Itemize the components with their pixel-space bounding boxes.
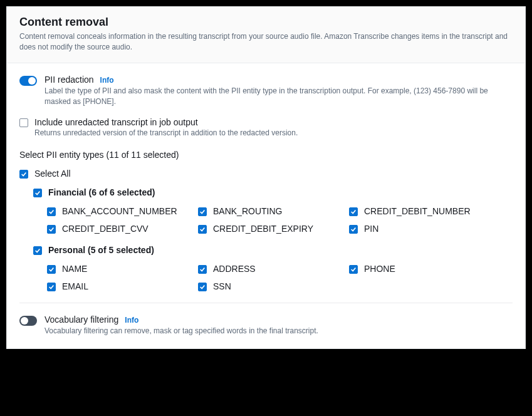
include-unredacted-checkbox[interactable] — [19, 118, 28, 127]
pii-redaction-description: Label the type of PII and also mask the … — [44, 86, 513, 108]
entity-pin: PIN — [349, 224, 513, 234]
pii-redaction-row: PII redaction Info Label the type of PII… — [19, 75, 513, 108]
financial-group-row: Financial (6 of 6 selected) — [33, 187, 513, 197]
entity-checkbox[interactable] — [349, 265, 358, 274]
personal-group-label: Personal (5 of 5 selected) — [48, 245, 154, 255]
include-unredacted-description: Returns unredacted version of the transc… — [34, 128, 298, 137]
entity-bank-routing: BANK_ROUTING — [198, 206, 349, 216]
personal-group-checkbox[interactable] — [33, 246, 42, 255]
panel-description: Content removal conceals information in … — [19, 31, 513, 53]
entity-credit-debit-cvv: CREDIT_DEBIT_CVV — [47, 224, 198, 234]
entity-checkbox[interactable] — [47, 265, 56, 274]
entity-checkbox[interactable] — [198, 265, 207, 274]
entity-checkbox[interactable] — [47, 283, 56, 291]
entity-phone: PHONE — [349, 264, 513, 274]
entity-label: CREDIT_DEBIT_NUMBER — [364, 206, 471, 216]
pii-redaction-label: PII redaction — [44, 75, 94, 85]
select-all-row: Select All — [19, 169, 513, 179]
vocab-filtering-description: Vocabulary filtering can remove, mask or… — [44, 326, 513, 336]
entity-checkbox[interactable] — [198, 283, 207, 291]
entity-name: NAME — [47, 264, 198, 274]
vocab-filtering-label: Vocabulary filtering — [44, 315, 118, 325]
pii-redaction-content: PII redaction Info Label the type of PII… — [44, 75, 513, 108]
entity-checkbox[interactable] — [198, 225, 207, 234]
select-all-checkbox[interactable] — [19, 170, 28, 179]
panel-header: Content removal Content removal conceals… — [7, 7, 525, 63]
entity-label: PIN — [364, 224, 378, 234]
include-unredacted-label: Include unredacted transcript in job out… — [34, 117, 298, 127]
entity-checkbox[interactable] — [47, 207, 56, 216]
entity-label: PHONE — [364, 264, 395, 274]
personal-group-row: Personal (5 of 5 selected) — [33, 245, 513, 255]
entity-label: BANK_ACCOUNT_NUMBER — [62, 206, 177, 216]
personal-items-grid: NAME ADDRESS PHONE EMAIL SSN — [47, 264, 513, 291]
entity-label: ADDRESS — [213, 264, 256, 274]
vocab-filtering-toggle[interactable] — [19, 316, 37, 326]
entity-ssn: SSN — [198, 281, 349, 291]
entity-credit-debit-expiry: CREDIT_DEBIT_EXPIRY — [198, 224, 349, 234]
include-unredacted-row: Include unredacted transcript in job out… — [19, 117, 513, 137]
entity-label: SSN — [213, 281, 231, 291]
content-removal-panel: Content removal Content removal conceals… — [6, 6, 526, 349]
financial-items-grid: BANK_ACCOUNT_NUMBER BANK_ROUTING CREDIT_… — [47, 206, 513, 234]
entity-label: CREDIT_DEBIT_CVV — [62, 224, 149, 234]
entity-label: BANK_ROUTING — [213, 206, 282, 216]
entity-bank-account-number: BANK_ACCOUNT_NUMBER — [47, 206, 198, 216]
vocab-filtering-info-link[interactable]: Info — [125, 316, 138, 325]
pii-redaction-info-link[interactable]: Info — [100, 76, 114, 85]
entity-checkbox[interactable] — [349, 207, 358, 216]
panel-body: PII redaction Info Label the type of PII… — [7, 63, 525, 348]
entity-checkbox[interactable] — [198, 207, 207, 216]
entity-types-heading: Select PII entity types (11 of 11 select… — [19, 150, 513, 160]
entity-checkbox[interactable] — [349, 225, 358, 234]
vocab-filtering-row: Vocabulary filtering Info Vocabulary fil… — [19, 315, 513, 336]
entity-checkbox[interactable] — [47, 225, 56, 234]
entity-email: EMAIL — [47, 281, 198, 291]
vocab-filtering-content: Vocabulary filtering Info Vocabulary fil… — [44, 315, 513, 336]
financial-group-label: Financial (6 of 6 selected) — [48, 187, 155, 197]
financial-group-checkbox[interactable] — [33, 189, 42, 197]
section-divider — [19, 303, 513, 303]
entity-label: EMAIL — [62, 281, 88, 291]
panel-title: Content removal — [19, 16, 513, 29]
entity-label: NAME — [62, 264, 87, 274]
select-all-label: Select All — [34, 169, 71, 179]
pii-redaction-toggle[interactable] — [19, 76, 37, 86]
entity-address: ADDRESS — [198, 264, 349, 274]
entity-label: CREDIT_DEBIT_EXPIRY — [213, 224, 313, 234]
entity-credit-debit-number: CREDIT_DEBIT_NUMBER — [349, 206, 513, 216]
